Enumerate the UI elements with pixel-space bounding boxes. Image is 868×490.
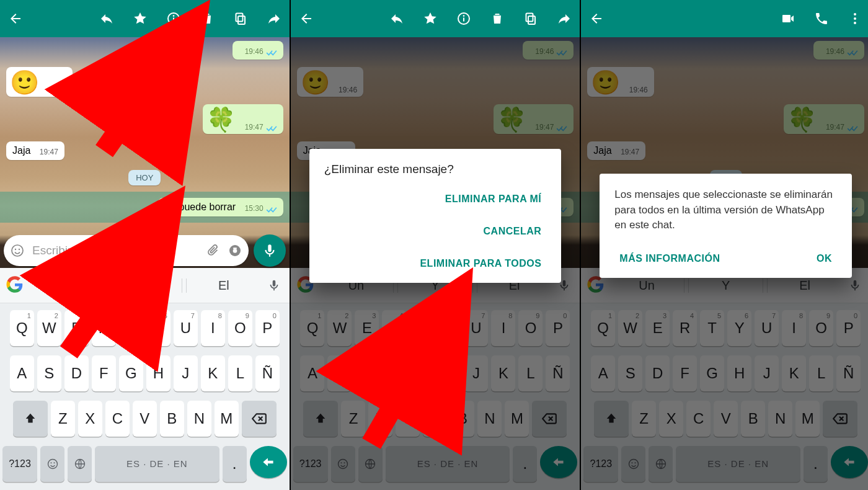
period-key[interactable]: . — [223, 446, 247, 482]
key-Q[interactable]: Q1 — [10, 310, 34, 346]
key-Y[interactable]: Y6 — [146, 310, 170, 346]
reply-icon[interactable] — [99, 11, 115, 27]
key-W[interactable]: W2 — [37, 310, 61, 346]
msg-time: 19:46 — [48, 86, 66, 94]
key-G[interactable]: G — [119, 355, 143, 391]
forward-icon[interactable] — [556, 11, 572, 27]
reply-icon[interactable] — [389, 11, 405, 27]
key-C[interactable]: C — [105, 401, 130, 437]
key-Ñ[interactable]: Ñ — [255, 355, 280, 391]
back-icon[interactable] — [7, 11, 24, 27]
dim-overlay-kbd — [581, 268, 868, 490]
attach-icon[interactable] — [202, 240, 223, 261]
key-B[interactable]: B — [160, 401, 184, 437]
google-logo-icon[interactable] — [6, 276, 25, 295]
dim-overlay-kbd — [291, 268, 580, 490]
shift-key[interactable] — [13, 401, 48, 437]
more-icon[interactable] — [847, 11, 863, 27]
emoji-picker-icon[interactable] — [10, 243, 25, 258]
selection-action-bar — [291, 0, 580, 37]
key-R[interactable]: R4 — [92, 310, 116, 346]
selection-action-bar — [0, 0, 290, 37]
enter-key[interactable] — [250, 446, 287, 478]
key-U[interactable]: U7 — [174, 310, 198, 346]
key-I[interactable]: I8 — [201, 310, 225, 346]
emoji-clover-icon: 🍀 — [206, 107, 236, 133]
key-V[interactable]: V — [133, 401, 157, 437]
dialog-title: ¿Eliminar este mensaje? — [324, 163, 547, 176]
copy-icon[interactable] — [232, 11, 249, 27]
msg-time: 19:46 — [245, 47, 264, 56]
message-out[interactable]: 19:46 — [232, 41, 283, 60]
delete-for-me-button[interactable]: ELIMINAR PARA MÍ — [440, 185, 547, 213]
delete-message-dialog: ¿Eliminar este mensaje? ELIMINAR PARA MÍ… — [309, 149, 562, 283]
suggestion[interactable]: Y — [107, 278, 183, 293]
message-out[interactable]: 🍀 19:47 — [203, 104, 283, 134]
keyboard-mic-icon[interactable] — [265, 278, 283, 292]
mic-button[interactable] — [254, 234, 286, 267]
symbols-key[interactable]: ?123 — [2, 446, 37, 482]
keyboard: UnYEl Q1W2E3R4T5Y6U7I8O9P0 ASDFGHJKLÑ ZX… — [0, 268, 290, 490]
emoji-key[interactable] — [40, 446, 64, 482]
chat-body: 19:46 🙂 19:46 🍀 19:47 Jaja 19:47 HOY Se … — [0, 37, 290, 267]
key-E[interactable]: E3 — [64, 310, 89, 346]
back-icon[interactable] — [298, 11, 314, 27]
msg-text: Jaja — [12, 145, 30, 156]
camera-icon[interactable] — [228, 243, 242, 258]
msg-time: 19:47 — [245, 123, 264, 131]
cancel-button[interactable]: CANCELAR — [479, 217, 547, 246]
key-P[interactable]: P0 — [255, 310, 280, 346]
key-K[interactable]: K — [201, 355, 225, 391]
message-out-selected[interactable]: Se puede borrar 15:30 — [158, 198, 283, 216]
info-icon[interactable] — [166, 11, 182, 27]
msg-time: 15:30 — [245, 204, 264, 213]
chat-action-bar — [581, 0, 868, 37]
message-input[interactable]: Escribir respuesta… — [4, 235, 249, 266]
suggestion[interactable]: Un — [29, 278, 104, 293]
key-Z[interactable]: Z — [51, 401, 75, 437]
phone-call-icon[interactable] — [813, 11, 830, 27]
key-L[interactable]: L — [228, 355, 252, 391]
info-dialog: Los mensajes que seleccionaste se elimin… — [600, 174, 852, 278]
space-key[interactable]: ES · DE · EN — [95, 446, 219, 482]
star-icon[interactable] — [132, 11, 148, 27]
star-icon[interactable] — [422, 11, 438, 27]
key-F[interactable]: F — [92, 355, 116, 391]
ok-button[interactable]: OK — [812, 244, 837, 273]
language-key[interactable] — [68, 446, 92, 482]
suggestion-bar: UnYEl — [0, 268, 290, 303]
key-D[interactable]: D — [64, 355, 89, 391]
panel-3: 19:46 🙂 19:46 🍀 19:47 Jaja 19:47 HOY Se … — [580, 0, 868, 490]
selected-message-row[interactable]: Se puede borrar 15:30 — [0, 192, 290, 223]
key-O[interactable]: O9 — [228, 310, 252, 346]
suggestion[interactable]: El — [186, 278, 261, 293]
key-H[interactable]: H — [146, 355, 170, 391]
key-X[interactable]: X — [78, 401, 102, 437]
message-in[interactable]: 🙂 19:46 — [6, 67, 73, 97]
forward-icon[interactable] — [266, 11, 282, 27]
message-input-bar: Escribir respuesta… — [4, 233, 286, 268]
message-in[interactable]: Jaja 19:47 — [6, 141, 64, 160]
emoji-smile-icon: 🙂 — [10, 69, 39, 96]
key-T[interactable]: T5 — [119, 310, 143, 346]
date-pill: HOY — [128, 170, 161, 185]
back-icon[interactable] — [588, 11, 604, 27]
key-N[interactable]: N — [187, 401, 211, 437]
copy-icon[interactable] — [523, 11, 539, 27]
panel-1: 19:46 🙂 19:46 🍀 19:47 Jaja 19:47 HOY Se … — [0, 0, 290, 490]
msg-text: Se puede borrar — [164, 202, 236, 212]
key-J[interactable]: J — [174, 355, 198, 391]
dialog-body: Los mensajes que seleccionaste se elimin… — [614, 187, 837, 233]
info-icon[interactable] — [456, 11, 472, 27]
panel-2: 19:46 🙂 19:46 🍀 19:47 Jaja 19:47 HOY Se … — [290, 0, 580, 490]
backspace-key[interactable] — [242, 401, 277, 437]
trash-icon[interactable] — [489, 11, 505, 27]
more-info-button[interactable]: MÁS INFORMACIÓN — [614, 244, 725, 273]
delete-for-everyone-button[interactable]: ELIMINAR PARA TODOS — [415, 249, 546, 278]
video-call-icon[interactable] — [780, 11, 796, 27]
key-A[interactable]: A — [10, 355, 34, 391]
trash-icon[interactable] — [199, 11, 215, 27]
key-M[interactable]: M — [215, 401, 239, 437]
key-S[interactable]: S — [37, 355, 61, 391]
msg-time: 19:47 — [40, 148, 58, 156]
